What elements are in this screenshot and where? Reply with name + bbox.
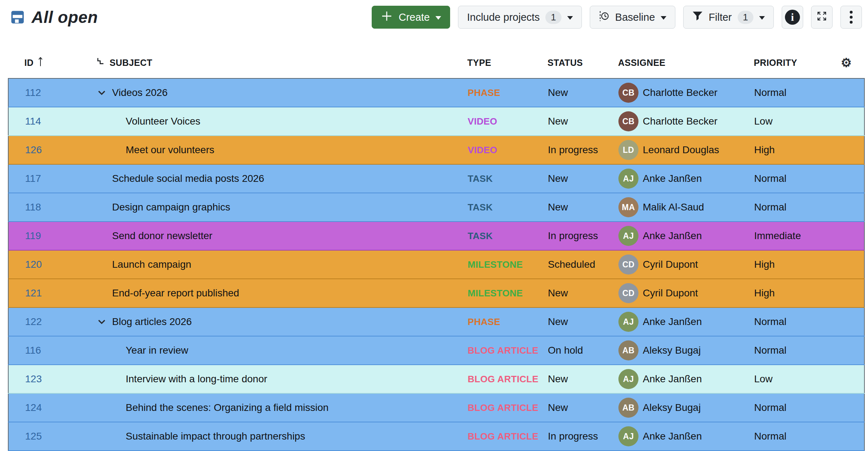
wp-type-label: BLOG ARTICLE bbox=[468, 402, 539, 413]
wp-subject[interactable]: Blog articles 2026 bbox=[112, 316, 192, 328]
wp-id-link[interactable]: 118 bbox=[25, 202, 41, 213]
assignee-name: Aleksy Bugaj bbox=[643, 402, 701, 413]
row-actions-cell bbox=[836, 307, 864, 336]
info-icon: i bbox=[785, 10, 800, 25]
wp-type-label: PHASE bbox=[468, 87, 500, 98]
top-bar: All open Create Include projects 1 Basel bbox=[0, 0, 868, 47]
wp-subject[interactable]: Launch campaign bbox=[112, 259, 191, 270]
wp-subject[interactable]: Interview with a long-time donor bbox=[126, 373, 267, 385]
table-row[interactable]: 119Send donor newsletterTASKIn progressA… bbox=[8, 222, 864, 250]
table-row[interactable]: 112 Videos 2026PHASENewCBCharlotte Becke… bbox=[8, 78, 864, 107]
wp-type-label: TASK bbox=[468, 202, 493, 213]
chevron-down-icon bbox=[435, 16, 441, 20]
column-header-type[interactable]: TYPE bbox=[458, 47, 541, 78]
wp-priority: Normal bbox=[745, 193, 836, 222]
chevron-down-icon bbox=[759, 16, 765, 20]
wp-id-link[interactable]: 123 bbox=[25, 373, 42, 384]
wp-id-link[interactable]: 112 bbox=[25, 87, 41, 98]
filter-button[interactable]: Filter 1 bbox=[683, 6, 774, 29]
column-header-subject[interactable]: SUBJECT bbox=[61, 47, 458, 78]
assignee-avatar: AJ bbox=[618, 169, 638, 189]
wp-id-link[interactable]: 116 bbox=[25, 345, 41, 356]
wp-subject[interactable]: Behind the scenes: Organizing a field mi… bbox=[126, 402, 329, 413]
work-packages-table: ID bbox=[0, 47, 868, 451]
assignee-name: Charlotte Becker bbox=[643, 116, 718, 127]
assignee-name: Cyril Dupont bbox=[643, 287, 698, 299]
wp-subject[interactable]: Sustainable impact through partnerships bbox=[126, 431, 305, 442]
wp-subject[interactable]: Year in review bbox=[126, 345, 188, 356]
wp-status: New bbox=[541, 307, 614, 336]
table-row[interactable]: 122 Blog articles 2026PHASENewAJAnke Jan… bbox=[8, 307, 864, 336]
filter-count-badge: 1 bbox=[738, 11, 753, 24]
baseline-clock-icon bbox=[599, 11, 609, 24]
table-row[interactable]: 117Schedule social media posts 2026TASKN… bbox=[8, 164, 864, 193]
assignee-name: Aleksy Bugaj bbox=[643, 345, 701, 356]
table-row[interactable]: 118Design campaign graphicsTASKNewMAMali… bbox=[8, 193, 864, 222]
row-actions-cell bbox=[836, 193, 864, 222]
assignee-name: Charlotte Becker bbox=[643, 87, 718, 98]
table-row[interactable]: 124Behind the scenes: Organizing a field… bbox=[8, 393, 864, 422]
fullscreen-button[interactable] bbox=[811, 6, 833, 29]
wp-priority: High bbox=[745, 279, 836, 307]
assignee-avatar: AJ bbox=[618, 226, 638, 246]
wp-subject[interactable]: Send donor newsletter bbox=[112, 230, 212, 242]
wp-subject[interactable]: Volunteer Voices bbox=[126, 116, 201, 127]
collapse-chevron-icon[interactable] bbox=[96, 316, 107, 327]
plus-icon bbox=[381, 10, 393, 25]
wp-subject[interactable]: Videos 2026 bbox=[112, 87, 168, 98]
collapse-chevron-icon[interactable] bbox=[96, 87, 107, 98]
wp-id-link[interactable]: 121 bbox=[25, 287, 42, 299]
assignee-name: Anke Janßen bbox=[643, 230, 702, 242]
table-row[interactable]: 126Meet our volunteersVIDEOIn progressLD… bbox=[8, 136, 864, 164]
create-button[interactable]: Create bbox=[372, 6, 450, 29]
assignee-name: Malik Al-Saud bbox=[643, 202, 704, 213]
row-actions-cell bbox=[836, 164, 864, 193]
assignee-avatar: MA bbox=[618, 197, 638, 217]
wp-priority: Normal bbox=[745, 164, 836, 193]
wp-subject[interactable]: Schedule social media posts 2026 bbox=[112, 173, 264, 184]
table-row[interactable]: 120Launch campaignMILESTONEScheduledCDCy… bbox=[8, 250, 864, 279]
include-projects-button[interactable]: Include projects 1 bbox=[458, 6, 582, 29]
column-header-priority[interactable]: PRIORITY bbox=[745, 47, 836, 78]
wp-id-link[interactable]: 114 bbox=[25, 116, 41, 127]
columns-settings-gear-icon[interactable]: ⚙ bbox=[841, 56, 852, 69]
column-header-status[interactable]: STATUS bbox=[541, 47, 614, 78]
table-row[interactable]: 125Sustainable impact through partnershi… bbox=[8, 422, 864, 451]
wp-type-label: TASK bbox=[468, 173, 493, 184]
chevron-down-icon bbox=[567, 16, 573, 20]
hierarchy-icon[interactable] bbox=[96, 57, 105, 68]
more-options-button[interactable] bbox=[840, 6, 862, 29]
wp-subject[interactable]: Meet our volunteers bbox=[126, 144, 214, 156]
sort-ascending-icon bbox=[38, 56, 43, 69]
fullscreen-expand-icon bbox=[816, 10, 828, 24]
table-row[interactable]: 116Year in reviewBLOG ARTICLEOn holdABAl… bbox=[8, 336, 864, 365]
save-view-icon[interactable] bbox=[11, 10, 24, 24]
table-row[interactable]: 121End-of-year report publishedMILESTONE… bbox=[8, 279, 864, 307]
wp-type-label: BLOG ARTICLE bbox=[468, 431, 539, 442]
wp-id-link[interactable]: 117 bbox=[25, 173, 41, 184]
wp-type-label: MILESTONE bbox=[468, 259, 523, 270]
table-row[interactable]: 123Interview with a long-time donorBLOG … bbox=[8, 365, 864, 393]
row-actions-cell bbox=[836, 422, 864, 451]
baseline-button[interactable]: Baseline bbox=[590, 6, 675, 29]
assignee-name: Anke Janßen bbox=[643, 316, 702, 328]
wp-id-link[interactable]: 124 bbox=[25, 402, 42, 413]
table-header: ID bbox=[8, 47, 864, 78]
info-button[interactable]: i bbox=[782, 6, 803, 29]
column-header-assignee[interactable]: ASSIGNEE bbox=[614, 47, 745, 78]
wp-id-link[interactable]: 126 bbox=[25, 144, 42, 155]
wp-type-label: VIDEO bbox=[468, 116, 497, 127]
wp-id-link[interactable]: 125 bbox=[25, 431, 42, 442]
wp-subject[interactable]: End-of-year report published bbox=[112, 287, 239, 299]
column-header-id[interactable]: ID bbox=[8, 47, 61, 78]
wp-subject[interactable]: Design campaign graphics bbox=[112, 202, 230, 213]
wp-id-link[interactable]: 122 bbox=[25, 316, 42, 327]
wp-status: New bbox=[541, 193, 614, 222]
page-title: All open bbox=[32, 8, 98, 27]
wp-status: New bbox=[541, 365, 614, 393]
wp-id-link[interactable]: 119 bbox=[25, 230, 41, 241]
row-actions-cell bbox=[836, 222, 864, 250]
table-row[interactable]: 114Volunteer VoicesVIDEONewCBCharlotte B… bbox=[8, 107, 864, 136]
wp-status: In progress bbox=[541, 422, 614, 451]
wp-id-link[interactable]: 120 bbox=[25, 259, 42, 270]
